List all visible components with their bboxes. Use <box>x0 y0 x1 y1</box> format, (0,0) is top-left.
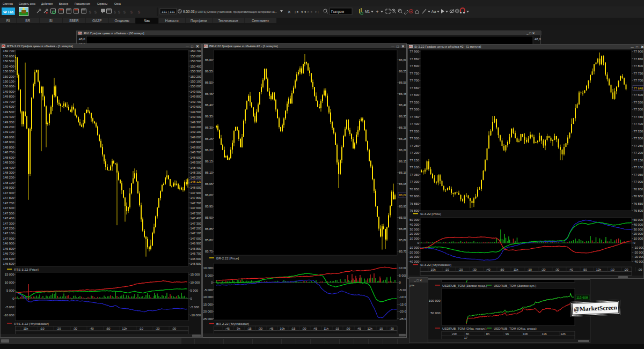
svg-text:149 600: 149 600 <box>191 105 202 108</box>
svg-text:147 600: 147 600 <box>3 206 14 210</box>
svg-text:86,20: 86,20 <box>399 148 407 152</box>
svg-text:86,05: 86,05 <box>399 182 407 185</box>
svg-text:86,05: 86,05 <box>205 182 213 185</box>
svg-text:11h: 11h <box>541 332 546 336</box>
svg-text:86,10: 86,10 <box>399 171 407 174</box>
svg-text::50: :50 <box>500 268 504 271</box>
svg-text:77 150: 77 150 <box>409 159 419 162</box>
svg-text:86,45: 86,45 <box>205 92 213 95</box>
svg-text:0: 0 <box>211 281 213 284</box>
svg-text:147 300: 147 300 <box>191 222 202 225</box>
svg-text:-20 000: -20 000 <box>203 310 213 313</box>
svg-text:RI: RI <box>6 19 10 23</box>
svg-text:RTS-3.22 ['MyIndicator]: RTS-3.22 ['MyIndicator] <box>14 322 49 325</box>
svg-text:SI: SI <box>49 19 53 23</box>
svg-text:77 600: 77 600 <box>409 93 419 96</box>
svg-text:77 500: 77 500 <box>409 108 419 111</box>
svg-text:86,15: 86,15 <box>399 160 407 163</box>
svg-text:150 700: 150 700 <box>3 49 14 53</box>
svg-text:149 800: 149 800 <box>191 95 202 98</box>
svg-text:148 600: 148 600 <box>3 156 14 159</box>
svg-text:10h: 10h <box>430 268 435 271</box>
svg-text:77 800: 77 800 <box>634 64 643 68</box>
svg-text:148 900: 148 900 <box>3 140 14 144</box>
svg-text:17: 17 <box>464 336 467 339</box>
svg-text:148 700: 148 700 <box>191 151 202 154</box>
svg-text:$: $ <box>130 10 133 14</box>
svg-text:86,30: 86,30 <box>205 126 213 129</box>
svg-text:$: $ <box>94 10 97 14</box>
svg-text:BR-2.22 График цены и объёма #: BR-2.22 График цены и объёма #2 - [1 мин… <box>209 44 278 48</box>
svg-text:149 000: 149 000 <box>191 136 202 139</box>
svg-text:77 850: 77 850 <box>409 57 419 61</box>
svg-text:10 000: 10 000 <box>5 281 14 284</box>
svg-text::30: :30 <box>472 268 477 271</box>
svg-text:77 300: 77 300 <box>634 137 643 140</box>
svg-text:147 000: 147 000 <box>191 237 202 240</box>
svg-text:-20 000: -20 000 <box>408 251 419 254</box>
svg-text:76 950: 76 950 <box>409 188 419 191</box>
svg-text:86,30: 86,30 <box>399 126 407 129</box>
svg-text:-10 000: -10 000 <box>191 314 201 317</box>
svg-text:77 400: 77 400 <box>634 122 643 125</box>
svg-text:-10 000: -10 000 <box>203 295 213 299</box>
svg-text:48,0: 48,0 <box>535 38 541 41</box>
svg-text:147 300: 147 300 <box>3 222 14 225</box>
svg-text:50 000: 50 000 <box>430 311 441 315</box>
svg-text:50 000: 50 000 <box>634 218 643 221</box>
svg-text:USDRUB_TOM (Общ. предл.): USDRUB_TOM (Общ. предл.) <box>442 327 486 330</box>
svg-text:131 | 131: 131 | 131 <box>162 10 175 13</box>
svg-text:77 400: 77 400 <box>409 122 419 125</box>
svg-text:149 600: 149 600 <box>3 105 14 108</box>
svg-text:-25 000: -25 000 <box>399 317 407 321</box>
svg-text:►|: ►| <box>314 10 319 13</box>
svg-text:6h: 6h <box>466 332 469 336</box>
svg-text:150 200: 150 200 <box>191 75 202 78</box>
svg-text:SBER: SBER <box>69 19 79 23</box>
svg-text::15: :15 <box>335 327 339 330</box>
svg-text::20: :20 <box>156 327 160 330</box>
svg-text:M1: M1 <box>365 10 370 13</box>
svg-text:77 450: 77 450 <box>634 115 643 118</box>
svg-text:9:50:03: 9:50:03 <box>183 10 195 13</box>
svg-text:77 300: 77 300 <box>409 137 419 140</box>
svg-text:77 200: 77 200 <box>634 151 643 154</box>
svg-text::20: :20 <box>541 268 546 271</box>
svg-text:Aa: Aa <box>431 10 436 13</box>
svg-text:86,40: 86,40 <box>399 103 407 107</box>
svg-text:149 300: 149 300 <box>3 121 14 124</box>
svg-text:77 800: 77 800 <box>409 64 419 68</box>
svg-text:77 700: 77 700 <box>634 79 643 82</box>
svg-text:147 200: 147 200 <box>191 227 202 230</box>
svg-text:149 700: 149 700 <box>191 100 202 103</box>
svg-text:-40 000: -40 000 <box>634 260 644 263</box>
svg-text:0: 0 <box>418 241 419 244</box>
svg-text:-15 000: -15 000 <box>399 303 407 306</box>
svg-text:149 500: 149 500 <box>3 110 14 114</box>
svg-text:—: — <box>631 46 634 49</box>
svg-text:146 900: 146 900 <box>3 242 14 245</box>
svg-text:Создать окно: Создать окно <box>19 2 35 5</box>
svg-text:50 000: 50 000 <box>409 218 419 221</box>
svg-text:RVI График цены и объёма - [60: RVI График цены и объёма - [60 минут] <box>84 31 144 35</box>
svg-text:77 350: 77 350 <box>634 130 643 133</box>
svg-text:147 700: 147 700 <box>3 202 14 205</box>
svg-text:□: □ <box>397 44 399 48</box>
svg-text::30: :30 <box>390 327 394 330</box>
svg-text:86,55: 86,55 <box>205 70 213 73</box>
svg-text:USDRUB_TOM (Общ. спрос): USDRUB_TOM (Общ. спрос) <box>494 327 537 330</box>
svg-text:147 900: 147 900 <box>191 191 202 195</box>
svg-text:USDRUB_TOM (Заявки куп.): USDRUB_TOM (Заявки куп.) <box>494 284 536 287</box>
svg-text:10 000: 10 000 <box>409 237 419 240</box>
svg-text::20: :20 <box>459 268 463 271</box>
svg-text:20 000: 20 000 <box>409 232 419 235</box>
svg-text:146 500: 146 500 <box>191 262 202 265</box>
svg-text:□: □ <box>191 44 193 48</box>
svg-text:147 700: 147 700 <box>191 202 202 205</box>
svg-text:147 600: 147 600 <box>191 206 202 210</box>
svg-text:Газпром: Газпром <box>331 10 344 14</box>
svg-text:Si-3.22 [Price]: Si-3.22 [Price] <box>420 212 441 216</box>
svg-text:77 250: 77 250 <box>409 144 419 147</box>
svg-text:5 000: 5 000 <box>205 274 213 277</box>
svg-text:Ф На: Ф На <box>3 10 14 14</box>
